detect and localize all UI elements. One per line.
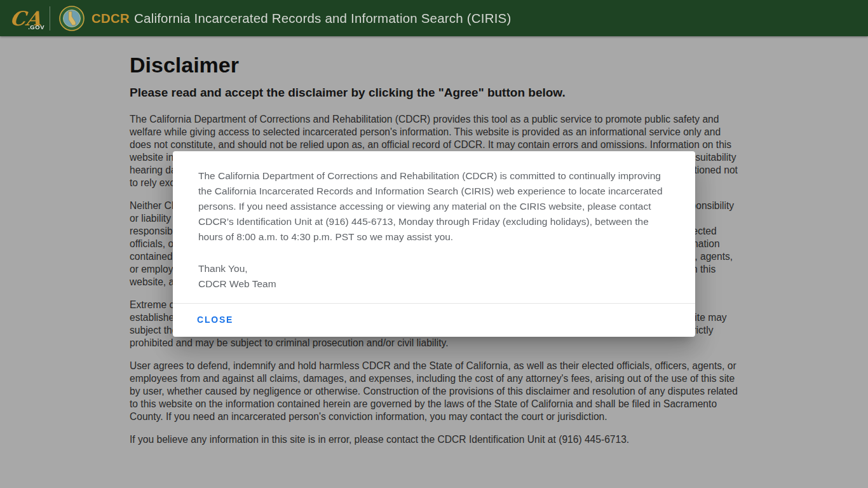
cdcr-seal-icon	[59, 6, 85, 31]
dialog-message: The California Department of Corrections…	[198, 168, 666, 245]
dialog-actions: CLOSE	[173, 304, 695, 337]
ca-gov-logo[interactable]: CA .GOV	[9, 4, 42, 33]
dialog-signoff-line2: CDCR Web Team	[198, 278, 276, 289]
dialog-signoff-line1: Thank You,	[198, 263, 248, 274]
dialog-signoff: Thank You, CDCR Web Team	[198, 261, 666, 292]
app-header: CA .GOV CDCRCalifornia Incarcerated Reco…	[0, 0, 868, 36]
header-divider	[50, 6, 50, 30]
app-title-text: California Incarcerated Records and Info…	[134, 11, 512, 25]
app-title: CDCRCalifornia Incarcerated Records and …	[92, 11, 512, 26]
accessibility-notice-dialog: The California Department of Corrections…	[173, 151, 695, 337]
ca-gov-logo-suffix: .GOV	[28, 24, 44, 30]
app-brand: CDCR	[92, 11, 130, 25]
dialog-body: The California Department of Corrections…	[173, 151, 695, 292]
close-button[interactable]: CLOSE	[197, 311, 233, 329]
